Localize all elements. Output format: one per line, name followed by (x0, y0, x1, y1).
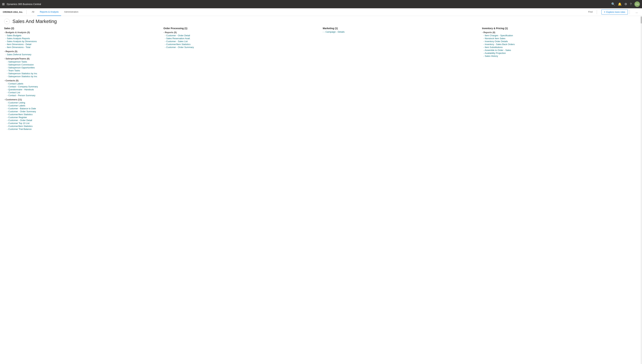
link-item-sales-23[interactable]: - Customer Labels (4, 104, 160, 107)
subsection-sales-6: - Reports (5) (4, 50, 160, 53)
explore-roles-button[interactable]: ≡ Explore more roles (602, 10, 628, 14)
link-item-sales-18[interactable]: - Questionnaire - Handouts (4, 88, 160, 91)
tab-reports-analysis[interactable]: Reports & Analysis (37, 8, 61, 16)
link-item-marketing-0[interactable]: - - Campaign - Details (323, 30, 479, 33)
tab-find[interactable]: Find (586, 8, 595, 16)
subnav-tabs: All Reports & Analysis Administration (29, 8, 81, 16)
content-grid: Sales (2)- Budgets & Analysis (5)- Sales… (0, 26, 642, 135)
link-item-sales-16[interactable]: - Contact Labels (4, 82, 160, 85)
section-header-sales: Sales (2) (4, 27, 160, 30)
subnav: CRONUS USA, Inc. All Reports & Analysis … (0, 8, 642, 16)
link-item-sales-24[interactable]: - Customer - Balance to Date (4, 107, 160, 110)
link-item-sales-14[interactable]: - Salesperson Statistics by Inv. (4, 75, 160, 78)
section-header-marketing: Marketing (1) (323, 27, 479, 30)
link-item-inventory_pricing-5[interactable]: - Item Substitutions (482, 46, 638, 49)
column-inventory_pricing: Inventory & Pricing (1)- Reports (8)- It… (482, 27, 638, 130)
link-item-sales-20[interactable]: - Contact - Person Summary (4, 94, 160, 97)
company-name: CRONUS USA, Inc. (3, 11, 23, 13)
link-item-sales-1[interactable]: - Sales Budgets (4, 34, 160, 37)
subnav-right: Find ≡ Explore more roles ... (586, 8, 639, 16)
avatar[interactable]: CA (634, 2, 640, 7)
link-item-sales-26[interactable]: - Customer/Item Statistics (4, 113, 160, 116)
column-order_processing: Order Processing (1)- Reports (5)- Custo… (164, 27, 320, 130)
link-item-sales-12[interactable]: - Team Tasks (4, 69, 160, 72)
link-item-inventory_pricing-7[interactable]: - Availability Projection (482, 52, 638, 54)
link-item-sales-3[interactable]: - Sales Analysis by Dimensions (4, 40, 160, 43)
link-item-sales-29[interactable]: - Customer Top 10 List (4, 122, 160, 125)
link-item-inventory_pricing-1[interactable]: - Item Charges - Specification (482, 34, 638, 37)
link-item-sales-28[interactable]: - Customer - Order Detail (4, 119, 160, 122)
help-icon[interactable]: ? (630, 2, 632, 6)
link-item-inventory_pricing-2[interactable]: - Nonstock Item Sales (482, 37, 638, 40)
link-item-sales-11[interactable]: - Salesperson Opportunities (4, 66, 160, 69)
link-item-sales-2[interactable]: - Sales Analysis Reports (4, 37, 160, 40)
explore-label: Explore more roles (606, 11, 625, 13)
explore-icon: ≡ (604, 11, 606, 13)
gear-icon[interactable]: ⚙ (624, 2, 627, 6)
scrollbar-thumb[interactable] (640, 16, 642, 24)
link-item-order_processing-5[interactable]: - Customer - Order Summary (164, 46, 320, 49)
subsection-sales-21: - Customers (11) (4, 98, 160, 101)
subnav-divider2 (597, 10, 597, 14)
subsection-sales-8: - Salespeople/Teams (6) (4, 57, 160, 60)
section-header-order_processing: Order Processing (1) (164, 27, 320, 30)
page-header: ← Sales And Marketing (0, 16, 642, 26)
more-button[interactable]: ... (634, 10, 639, 14)
subsection-sales-15: - Contacts (5) (4, 79, 160, 82)
link-item-sales-9[interactable]: - Salesperson Tasks (4, 60, 160, 63)
link-item-sales-25[interactable]: - Customer - Order Summary (4, 110, 160, 113)
link-item-sales-7[interactable]: - Sales Deferral Summary (4, 53, 160, 56)
scrollbar-track[interactable] (640, 16, 642, 135)
link-item-order_processing-1[interactable]: - Customer - Order Detail (164, 34, 320, 37)
link-item-inventory_pricing-8[interactable]: - Sales History (482, 54, 638, 58)
subsection-inventory_pricing-0: - Reports (8) (482, 31, 638, 34)
link-item-inventory_pricing-4[interactable]: - Inventory - Sales Back Orders (482, 43, 638, 46)
subsection-sales-0: - Budgets & Analysis (5) (4, 31, 160, 34)
tab-administration[interactable]: Administration (62, 8, 81, 16)
link-item-sales-31[interactable]: - Customer Trial Balance (4, 128, 160, 130)
page-title: Sales And Marketing (12, 19, 57, 24)
tab-all[interactable]: All (29, 8, 36, 16)
link-item-sales-13[interactable]: - Salesperson Statistics by Inv. (4, 72, 160, 75)
link-item-order_processing-4[interactable]: - Customer/Item Statistics (164, 43, 320, 46)
link-item-order_processing-2[interactable]: - Sales Reservation Avail. (164, 37, 320, 40)
back-button[interactable]: ← (4, 19, 10, 24)
bell-icon[interactable]: 🔔 (618, 2, 622, 6)
link-item-inventory_pricing-6[interactable]: - Assemble to Order - Sales (482, 49, 638, 52)
topbar: ⊞ Dynamics 365 Business Central 🔍 🔔 ⚙ ? … (0, 0, 642, 8)
section-header-inventory_pricing: Inventory & Pricing (1) (482, 27, 638, 30)
subsection-order_processing-0: - Reports (5) (164, 31, 320, 34)
link-item-sales-10[interactable]: - Salesperson Commission (4, 63, 160, 66)
column-marketing: Marketing (1)- - Campaign - Details (323, 27, 479, 130)
link-item-inventory_pricing-3[interactable]: - Inventory Order Details (482, 40, 638, 43)
link-item-sales-19[interactable]: - Contact List (4, 91, 160, 94)
subnav-divider3 (630, 10, 630, 14)
column-sales: Sales (2)- Budgets & Analysis (5)- Sales… (4, 27, 160, 130)
link-item-sales-4[interactable]: - Item Dimensions - Detail (4, 43, 160, 46)
link-item-sales-5[interactable]: - Item Dimensions - Total (4, 46, 160, 49)
link-item-sales-17[interactable]: - Contact - Company Summary (4, 85, 160, 88)
waffle-icon[interactable]: ⊞ (2, 2, 5, 6)
app-title: Dynamics 365 Business Central (7, 3, 41, 6)
link-item-sales-30[interactable]: - Customer/Item Statistics (4, 125, 160, 128)
topbar-right: 🔍 🔔 ⚙ ? CA (611, 2, 640, 7)
search-icon[interactable]: 🔍 (611, 2, 615, 6)
link-item-sales-27[interactable]: - Customer Register (4, 116, 160, 119)
link-item-sales-22[interactable]: - Customer Listing (4, 101, 160, 104)
link-item-order_processing-3[interactable]: - Customer - Sales List (164, 40, 320, 43)
